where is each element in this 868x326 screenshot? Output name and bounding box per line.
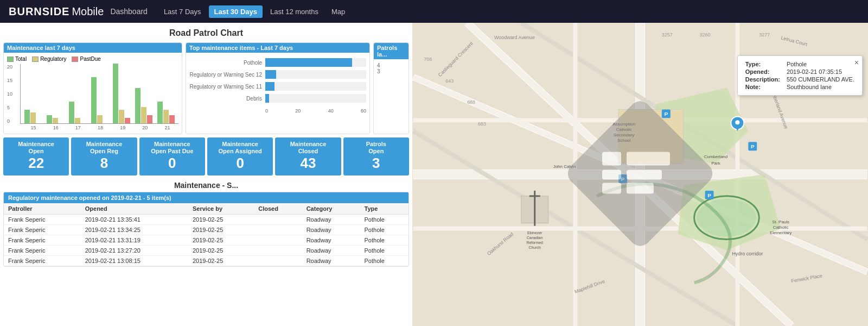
maint-summary-title: Maintenance - S... xyxy=(3,179,409,192)
bar-reg xyxy=(141,107,146,123)
stat-openreg-title: MaintenanceOpen Reg xyxy=(76,141,131,155)
table-cell: 2019-02-25 xyxy=(188,245,254,255)
patrols-content: 43 xyxy=(377,62,405,92)
tooltip-type-label: Type: xyxy=(743,60,784,68)
legend-regulatory: Regulatory xyxy=(32,56,66,62)
tooltip-close-button[interactable]: × xyxy=(854,58,859,67)
table-cell: 2019-02-25 xyxy=(188,235,254,245)
svg-text:Assumption: Assumption xyxy=(612,122,635,127)
legend-reg-label: Regulatory xyxy=(40,56,66,62)
table-cell xyxy=(254,224,302,235)
stat-closed-title: MaintenanceClosed xyxy=(280,141,335,155)
table-cell: Frank Seperic xyxy=(4,245,81,255)
svg-text:Catholic: Catholic xyxy=(773,225,789,230)
bar-group xyxy=(45,115,66,123)
legend-total-label: Total xyxy=(15,56,27,62)
x-label: 17 xyxy=(67,125,89,130)
table-cell: 2019-02-21 13:08:15 xyxy=(81,255,188,266)
tab-map[interactable]: Map xyxy=(326,5,350,18)
svg-text:3277: 3277 xyxy=(759,32,770,37)
patrols-section: Patrols la... 43 xyxy=(373,42,409,134)
svg-text:John Calvin: John Calvin xyxy=(553,164,576,169)
legend-pastdue: PastDue xyxy=(72,56,100,62)
bar-group xyxy=(89,77,110,123)
bar-total xyxy=(47,115,52,123)
col-closed: Closed xyxy=(254,203,302,215)
tab-last7days[interactable]: Last 7 Days xyxy=(158,5,207,18)
h-bar-row: Pothole xyxy=(189,58,366,67)
logo-mobile: Mobile xyxy=(72,5,104,18)
bar-reg xyxy=(53,118,58,123)
horizontal-bar-chart: PotholeRegulatory or Warning Sec 12Regul… xyxy=(189,56,366,108)
table-cell: Frank Seperic xyxy=(4,224,81,235)
svg-text:Canadian: Canadian xyxy=(527,236,543,240)
table-body: Frank Seperic2019-02-21 13:35:412019-02-… xyxy=(4,214,409,266)
h-bar-label: Regulatory or Warning Sec 12 xyxy=(189,72,265,78)
h-bar-track xyxy=(265,70,366,79)
tooltip-note-label: Note: xyxy=(743,83,784,91)
stat-card-patrolsopen: PatrolsOpen 3 xyxy=(343,137,409,175)
col-patroller: Patroller xyxy=(4,203,81,215)
table-cell xyxy=(254,245,302,255)
bar-group xyxy=(111,64,132,123)
table-cell xyxy=(254,214,302,224)
chart-legend: Total Regulatory PastDue xyxy=(7,56,178,62)
stat-openpastdue-title: MaintenanceOpen Past Due xyxy=(145,141,200,155)
table-row: Frank Seperic2019-02-21 13:31:192019-02-… xyxy=(4,235,409,245)
svg-text:Reformed: Reformed xyxy=(526,241,543,244)
svg-text:Woodward Avenue: Woodward Avenue xyxy=(494,35,535,40)
tooltip-opened-label: Opened: xyxy=(743,68,784,76)
table-cell: 2019-02-21 13:35:41 xyxy=(81,214,188,224)
top-maintenance-section: Top maintenance items - Last 7 days Poth… xyxy=(186,42,370,134)
table-row: Frank Seperic2019-02-21 13:34:252019-02-… xyxy=(4,224,409,235)
svg-text:St. Pauls: St. Pauls xyxy=(772,220,789,224)
table-cell: Roadway xyxy=(302,224,360,235)
svg-text:706: 706 xyxy=(424,57,432,62)
table-cell: 2019-02-21 13:27:20 xyxy=(81,245,188,255)
legend-reg-color xyxy=(32,57,39,62)
tab-last30days[interactable]: Last 30 Days xyxy=(209,5,263,18)
tooltip-desc-value: 550 CUMBERLAND AVE. xyxy=(784,76,857,83)
stat-cards-row: MaintenanceOpen 22 MaintenanceOpen Reg 8… xyxy=(3,137,409,175)
table-row: Frank Seperic2019-02-21 13:35:412019-02-… xyxy=(4,214,409,224)
dashboard-panel: Road Patrol Chart Maintenance last 7 day… xyxy=(0,23,412,326)
stat-closed-value: 43 xyxy=(280,155,335,172)
stat-card-openpastdue: MaintenanceOpen Past Due 0 xyxy=(139,137,205,175)
tab-last12months[interactable]: Last 12 months xyxy=(265,5,324,18)
road-patrol-title: Road Patrol Chart xyxy=(3,26,409,40)
tooltip-desc-row: Description: 550 CUMBERLAND AVE. xyxy=(743,76,857,83)
bar-reg xyxy=(119,110,124,123)
logo-area: BURNSIDE Mobile Dashboard xyxy=(9,5,148,18)
map-tooltip: × Type: Pothole Opened: 2019-02-21 07:35… xyxy=(737,55,863,96)
bar-group xyxy=(67,102,88,123)
col-opened: Opened xyxy=(81,203,188,215)
top-maint-title: Top maintenance items - Last 7 days xyxy=(186,43,369,53)
svg-text:P: P xyxy=(751,143,755,149)
table-cell: Roadway xyxy=(302,214,360,224)
h-bar-row: Regulatory or Warning Sec 11 xyxy=(189,82,366,91)
map-panel[interactable]: P P P P Castieguard Crescent Woodward Av… xyxy=(412,23,868,326)
app-header: BURNSIDE Mobile Dashboard Last 7 Days La… xyxy=(0,0,868,23)
table-cell: Frank Seperic xyxy=(4,235,81,245)
h-bar-label: Pothole xyxy=(189,60,265,66)
x-label: 20 xyxy=(134,125,156,130)
h-bar-track xyxy=(265,58,366,67)
table-cell: Roadway xyxy=(302,235,360,245)
col-serviceby: Service by xyxy=(188,203,254,215)
svg-text:3260: 3260 xyxy=(700,32,711,37)
tooltip-type-value: Pothole xyxy=(784,60,857,68)
bar-total xyxy=(91,77,97,123)
stat-openpastdue-value: 0 xyxy=(145,155,200,172)
svg-text:P: P xyxy=(707,192,711,198)
table-cell: Roadway xyxy=(302,245,360,255)
h-bar-track xyxy=(265,82,366,91)
stat-patrolsopen-value: 3 xyxy=(349,155,404,172)
h-bar-fill xyxy=(265,58,352,67)
table-cell: Pothole xyxy=(360,245,409,255)
table-header-row: Patroller Opened Service by Closed Categ… xyxy=(4,203,409,215)
patrols-title: Patrols la... xyxy=(374,43,409,59)
table-cell: Pothole xyxy=(360,224,409,235)
svg-text:3257: 3257 xyxy=(662,32,673,37)
x-label: 19 xyxy=(112,125,134,130)
stat-openreg-value: 8 xyxy=(76,155,131,172)
